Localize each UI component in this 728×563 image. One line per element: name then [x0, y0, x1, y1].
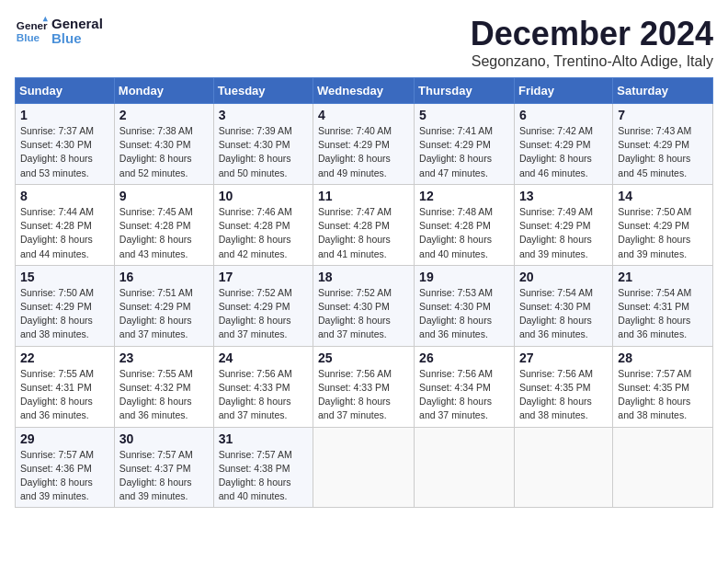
sunrise-label: Sunrise: 7:50 AM — [20, 287, 94, 298]
sunset-label: Sunset: 4:31 PM — [20, 382, 92, 393]
sunset-label: Sunset: 4:30 PM — [20, 139, 92, 150]
calendar-cell: 19 Sunrise: 7:53 AM Sunset: 4:30 PM Dayl… — [415, 265, 515, 346]
day-info: Sunrise: 7:57 AM Sunset: 4:36 PM Dayligh… — [20, 448, 109, 504]
sunrise-label: Sunrise: 7:54 AM — [519, 287, 593, 298]
day-number: 26 — [419, 350, 509, 365]
day-number: 25 — [318, 350, 409, 365]
day-number: 28 — [618, 350, 708, 365]
calendar-cell: 5 Sunrise: 7:41 AM Sunset: 4:29 PM Dayli… — [415, 104, 515, 185]
day-number: 10 — [219, 189, 308, 203]
sunrise-label: Sunrise: 7:56 AM — [519, 368, 593, 379]
day-number: 7 — [618, 108, 708, 122]
day-info: Sunrise: 7:53 AM Sunset: 4:30 PM Dayligh… — [419, 286, 509, 342]
daylight-label: Daylight: 8 hours and 39 minutes. — [119, 477, 192, 501]
logo: General Blue General Blue — [15, 15, 103, 48]
calendar-cell: 8 Sunrise: 7:44 AM Sunset: 4:28 PM Dayli… — [16, 184, 115, 265]
calendar-cell: 7 Sunrise: 7:43 AM Sunset: 4:29 PM Dayli… — [613, 104, 713, 185]
calendar-cell: 13 Sunrise: 7:49 AM Sunset: 4:29 PM Dayl… — [514, 184, 612, 265]
daylight-label: Daylight: 8 hours and 36 minutes. — [119, 396, 192, 420]
calendar-table: SundayMondayTuesdayWednesdayThursdayFrid… — [15, 77, 713, 508]
calendar-week-row: 8 Sunrise: 7:44 AM Sunset: 4:28 PM Dayli… — [16, 184, 713, 265]
calendar-cell: 4 Sunrise: 7:40 AM Sunset: 4:29 PM Dayli… — [313, 104, 415, 185]
sunset-label: Sunset: 4:29 PM — [318, 139, 390, 150]
day-info: Sunrise: 7:38 AM Sunset: 4:30 PM Dayligh… — [119, 124, 209, 180]
daylight-label: Daylight: 8 hours and 38 minutes. — [20, 315, 93, 339]
sunset-label: Sunset: 4:29 PM — [519, 139, 591, 150]
logo-blue: Blue — [51, 31, 103, 47]
day-info: Sunrise: 7:44 AM Sunset: 4:28 PM Dayligh… — [20, 205, 109, 261]
sunset-label: Sunset: 4:38 PM — [219, 463, 290, 474]
sunrise-label: Sunrise: 7:57 AM — [119, 449, 193, 460]
day-info: Sunrise: 7:51 AM Sunset: 4:29 PM Dayligh… — [119, 286, 209, 342]
day-number: 20 — [519, 270, 608, 284]
day-info: Sunrise: 7:46 AM Sunset: 4:28 PM Dayligh… — [219, 205, 308, 261]
sunset-label: Sunset: 4:28 PM — [318, 220, 390, 231]
daylight-label: Daylight: 8 hours and 39 minutes. — [618, 234, 690, 259]
day-number: 16 — [119, 270, 209, 284]
daylight-label: Daylight: 8 hours and 37 minutes. — [119, 315, 192, 339]
day-number: 1 — [20, 108, 109, 122]
sunset-label: Sunset: 4:34 PM — [419, 382, 491, 393]
day-number: 5 — [419, 108, 509, 122]
day-info: Sunrise: 7:50 AM Sunset: 4:29 PM Dayligh… — [618, 205, 708, 261]
page-header: General Blue General Blue December 2024 … — [15, 15, 713, 70]
sunrise-label: Sunrise: 7:55 AM — [20, 368, 94, 379]
sunrise-label: Sunrise: 7:57 AM — [219, 449, 292, 460]
daylight-label: Daylight: 8 hours and 43 minutes. — [119, 234, 192, 259]
daylight-label: Daylight: 8 hours and 47 minutes. — [419, 153, 492, 178]
sunset-label: Sunset: 4:28 PM — [219, 220, 290, 231]
daylight-label: Daylight: 8 hours and 36 minutes. — [20, 396, 93, 420]
calendar-week-row: 22 Sunrise: 7:55 AM Sunset: 4:31 PM Dayl… — [16, 346, 713, 427]
sunset-label: Sunset: 4:29 PM — [419, 139, 491, 150]
sunrise-label: Sunrise: 7:41 AM — [419, 125, 493, 136]
day-info: Sunrise: 7:56 AM Sunset: 4:34 PM Dayligh… — [419, 367, 509, 423]
daylight-label: Daylight: 8 hours and 53 minutes. — [20, 153, 93, 178]
calendar-cell: 25 Sunrise: 7:56 AM Sunset: 4:33 PM Dayl… — [313, 346, 415, 427]
calendar-cell — [313, 427, 415, 508]
sunrise-label: Sunrise: 7:56 AM — [419, 368, 493, 379]
weekday-header-cell: Saturday — [613, 78, 713, 104]
calendar-cell: 9 Sunrise: 7:45 AM Sunset: 4:28 PM Dayli… — [114, 184, 213, 265]
day-number: 30 — [119, 431, 209, 446]
calendar-week-row: 1 Sunrise: 7:37 AM Sunset: 4:30 PM Dayli… — [16, 104, 713, 185]
sunrise-label: Sunrise: 7:51 AM — [119, 287, 193, 298]
calendar-cell: 30 Sunrise: 7:57 AM Sunset: 4:37 PM Dayl… — [114, 427, 213, 508]
day-info: Sunrise: 7:40 AM Sunset: 4:29 PM Dayligh… — [318, 124, 409, 180]
daylight-label: Daylight: 8 hours and 41 minutes. — [318, 234, 391, 259]
sunrise-label: Sunrise: 7:38 AM — [119, 125, 193, 136]
sunset-label: Sunset: 4:29 PM — [519, 220, 591, 231]
day-number: 6 — [519, 108, 608, 122]
day-info: Sunrise: 7:43 AM Sunset: 4:29 PM Dayligh… — [618, 124, 708, 180]
calendar-body: 1 Sunrise: 7:37 AM Sunset: 4:30 PM Dayli… — [16, 104, 713, 508]
calendar-cell — [415, 427, 515, 508]
day-info: Sunrise: 7:57 AM Sunset: 4:38 PM Dayligh… — [219, 448, 308, 504]
sunset-label: Sunset: 4:29 PM — [219, 301, 290, 312]
sunset-label: Sunset: 4:35 PM — [618, 382, 689, 393]
sunset-label: Sunset: 4:30 PM — [318, 301, 390, 312]
calendar-cell: 2 Sunrise: 7:38 AM Sunset: 4:30 PM Dayli… — [114, 104, 213, 185]
daylight-label: Daylight: 8 hours and 36 minutes. — [618, 315, 690, 339]
day-info: Sunrise: 7:55 AM Sunset: 4:32 PM Dayligh… — [119, 367, 209, 423]
sunrise-label: Sunrise: 7:55 AM — [119, 368, 193, 379]
calendar-cell: 11 Sunrise: 7:47 AM Sunset: 4:28 PM Dayl… — [313, 184, 415, 265]
calendar-cell: 1 Sunrise: 7:37 AM Sunset: 4:30 PM Dayli… — [16, 104, 115, 185]
sunrise-label: Sunrise: 7:43 AM — [618, 125, 691, 136]
daylight-label: Daylight: 8 hours and 37 minutes. — [318, 315, 391, 339]
sunset-label: Sunset: 4:28 PM — [119, 220, 191, 231]
svg-text:Blue: Blue — [17, 31, 40, 43]
sunrise-label: Sunrise: 7:42 AM — [519, 125, 593, 136]
sunrise-label: Sunrise: 7:57 AM — [618, 368, 691, 379]
calendar-cell: 15 Sunrise: 7:50 AM Sunset: 4:29 PM Dayl… — [16, 265, 115, 346]
sunset-label: Sunset: 4:30 PM — [519, 301, 591, 312]
calendar-cell: 20 Sunrise: 7:54 AM Sunset: 4:30 PM Dayl… — [514, 265, 612, 346]
calendar-cell: 14 Sunrise: 7:50 AM Sunset: 4:29 PM Dayl… — [613, 184, 713, 265]
sunrise-label: Sunrise: 7:40 AM — [318, 125, 392, 136]
calendar-cell — [514, 427, 612, 508]
day-info: Sunrise: 7:52 AM Sunset: 4:30 PM Dayligh… — [318, 286, 409, 342]
day-info: Sunrise: 7:56 AM Sunset: 4:33 PM Dayligh… — [219, 367, 308, 423]
day-info: Sunrise: 7:55 AM Sunset: 4:31 PM Dayligh… — [20, 367, 109, 423]
weekday-header-cell: Sunday — [16, 78, 115, 104]
weekday-header-cell: Thursday — [415, 78, 515, 104]
daylight-label: Daylight: 8 hours and 36 minutes. — [419, 315, 492, 339]
weekday-header-row: SundayMondayTuesdayWednesdayThursdayFrid… — [16, 78, 713, 104]
